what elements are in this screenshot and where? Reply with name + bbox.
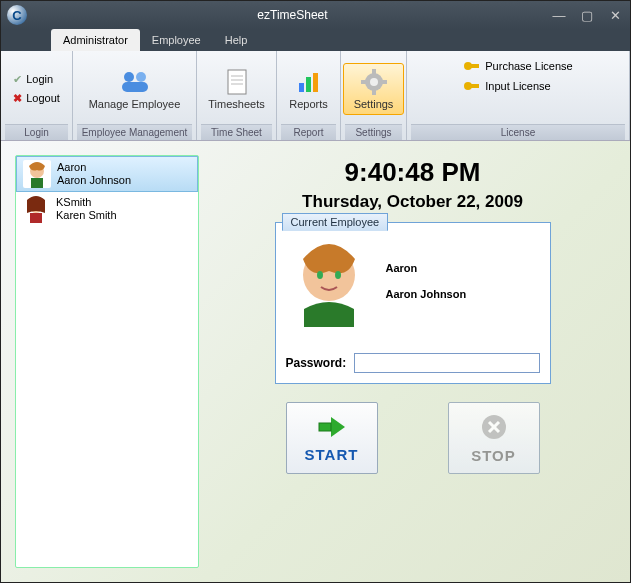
stop-label: STOP: [471, 447, 516, 464]
settings-label: Settings: [354, 98, 394, 110]
group-label-report: Report: [281, 124, 336, 140]
menu-help[interactable]: Help: [213, 29, 260, 51]
reports-button[interactable]: Reports: [278, 63, 339, 115]
menubar: Administrator Employee Help: [1, 29, 630, 51]
svg-rect-12: [372, 69, 376, 75]
group-label-timesheet: Time Sheet: [201, 124, 272, 140]
stop-button[interactable]: STOP: [448, 402, 540, 474]
password-input[interactable]: [354, 353, 539, 373]
svg-point-0: [124, 72, 134, 82]
panel-title: Current Employee: [282, 213, 389, 231]
people-icon: [118, 68, 150, 96]
menu-employee[interactable]: Employee: [140, 29, 213, 51]
clock-date: Thursday, October 22, 2009: [302, 192, 523, 212]
avatar-icon: [22, 195, 50, 223]
employee-short: KSmith: [56, 196, 117, 209]
minimize-button[interactable]: —: [550, 7, 568, 23]
current-avatar-icon: [286, 235, 372, 327]
svg-rect-15: [381, 80, 387, 84]
login-button[interactable]: ✔ Login: [11, 71, 62, 88]
titlebar: C ezTimeSheet — ▢ ✕: [1, 1, 630, 29]
svg-rect-3: [228, 70, 246, 94]
employee-full: Karen Smith: [56, 209, 117, 222]
svg-point-16: [464, 62, 472, 70]
svg-point-18: [464, 82, 472, 90]
timesheets-button[interactable]: Timesheets: [197, 63, 275, 115]
gear-icon: [358, 68, 390, 96]
input-license-button[interactable]: Input License: [461, 77, 552, 95]
svg-point-29: [335, 271, 341, 279]
password-label: Password:: [286, 356, 347, 370]
start-label: START: [305, 446, 359, 463]
svg-rect-9: [313, 73, 318, 92]
timesheets-label: Timesheets: [208, 98, 264, 110]
svg-rect-14: [361, 80, 367, 84]
svg-rect-13: [372, 89, 376, 95]
employee-row[interactable]: KSmith Karen Smith: [16, 192, 198, 226]
current-employee-panel: Current Employee Aaron Aaron Johnson Pas…: [275, 222, 551, 384]
group-label-settings: Settings: [345, 124, 402, 140]
employee-full: Aaron Johnson: [57, 174, 131, 187]
svg-rect-2: [122, 82, 148, 92]
svg-point-11: [370, 78, 378, 86]
x-icon: ✖: [13, 92, 22, 105]
logout-button[interactable]: ✖ Logout: [11, 90, 62, 107]
login-label: Login: [26, 73, 53, 85]
purchase-license-button[interactable]: Purchase License: [461, 57, 574, 75]
svg-rect-8: [306, 77, 311, 92]
svg-point-1: [136, 72, 146, 82]
reports-label: Reports: [289, 98, 328, 110]
current-full: Aaron Johnson: [386, 288, 467, 300]
svg-rect-7: [299, 83, 304, 92]
maximize-button[interactable]: ▢: [578, 7, 596, 23]
group-label-license: License: [411, 124, 625, 140]
ribbon: ✔ Login ✖ Logout Login Manage Employe: [1, 51, 630, 141]
key-icon: [463, 79, 481, 93]
document-icon: [221, 68, 253, 96]
svg-rect-25: [30, 213, 42, 223]
clock-time: 9:40:48 PM: [345, 157, 481, 188]
manage-employee-label: Manage Employee: [89, 98, 181, 110]
svg-rect-30: [319, 423, 331, 431]
purchase-license-label: Purchase License: [485, 60, 572, 72]
group-label-login: Login: [5, 124, 68, 140]
menu-administrator[interactable]: Administrator: [51, 29, 140, 51]
app-icon: C: [7, 5, 27, 25]
svg-rect-17: [471, 64, 479, 68]
main-panel: 9:40:48 PM Thursday, October 22, 2009 Cu…: [209, 155, 616, 568]
chart-icon: [293, 68, 325, 96]
settings-button[interactable]: Settings: [343, 63, 405, 115]
input-license-label: Input License: [485, 80, 550, 92]
current-short: Aaron: [386, 262, 467, 274]
employee-list[interactable]: Aaron Aaron Johnson KSmith Karen Smith: [15, 155, 199, 568]
group-label-employee: Employee Management: [77, 124, 192, 140]
stop-circle-icon: [480, 413, 508, 441]
window-title: ezTimeSheet: [35, 8, 550, 22]
app-window: C ezTimeSheet — ▢ ✕ Administrator Employ…: [0, 0, 631, 583]
avatar-icon: [23, 160, 51, 188]
svg-rect-19: [471, 84, 479, 88]
close-button[interactable]: ✕: [606, 7, 624, 23]
check-icon: ✔: [13, 73, 22, 86]
svg-rect-22: [31, 178, 43, 188]
employee-short: Aaron: [57, 161, 131, 174]
start-button[interactable]: START: [286, 402, 378, 474]
logout-label: Logout: [26, 92, 60, 104]
svg-marker-31: [331, 417, 345, 437]
employee-row[interactable]: Aaron Aaron Johnson: [16, 156, 198, 192]
svg-point-28: [317, 271, 323, 279]
key-gear-icon: [463, 59, 481, 73]
content-area: Aaron Aaron Johnson KSmith Karen Smith 9…: [1, 141, 630, 582]
arrow-right-icon: [317, 414, 347, 440]
manage-employee-button[interactable]: Manage Employee: [78, 63, 192, 115]
